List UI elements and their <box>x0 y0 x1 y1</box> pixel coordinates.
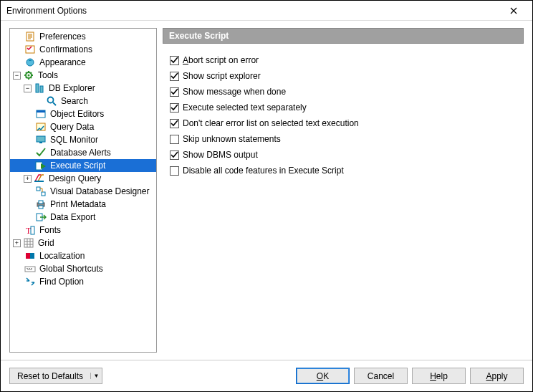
tree-item-search[interactable]: Search <box>10 95 156 107</box>
tree-item-object-editors[interactable]: Object Editors <box>10 107 156 120</box>
checkbox[interactable] <box>170 72 179 81</box>
expand-toggle[interactable]: + <box>24 175 32 183</box>
checkbox[interactable] <box>170 103 179 113</box>
svg-rect-1 <box>26 46 34 53</box>
export-icon <box>35 211 47 223</box>
tree-label: DB Explorer <box>47 83 97 93</box>
option-label: Show DBMS output <box>183 150 258 160</box>
reset-defaults-button[interactable]: Reset to Defaults ▼ <box>9 368 102 384</box>
svg-rect-9 <box>37 110 45 113</box>
svg-rect-24 <box>24 239 33 247</box>
svg-rect-31 <box>27 269 32 270</box>
checkbox[interactable] <box>170 87 179 97</box>
settings-pane: Execute Script Abort script on error Sho… <box>163 28 524 353</box>
svg-rect-0 <box>27 32 34 41</box>
db-explorer-icon <box>34 82 45 94</box>
close-button[interactable] <box>499 4 528 18</box>
collapse-toggle[interactable]: − <box>24 85 32 92</box>
svg-rect-12 <box>39 142 42 143</box>
gear-icon <box>23 70 34 81</box>
panel-header: Execute Script <box>163 28 524 44</box>
tree-item-database-alerts[interactable]: Database Alerts <box>10 146 156 159</box>
tree-item-design-query[interactable]: + Design Query <box>10 172 156 185</box>
option-abort-on-error[interactable]: Abort script on error <box>170 55 517 65</box>
tree-label: Global Shortcuts <box>38 264 105 274</box>
tree-item-fonts[interactable]: T Fonts <box>10 224 156 236</box>
tree-item-sql-monitor[interactable]: SQL Monitor <box>10 133 156 146</box>
svg-rect-29 <box>29 268 30 269</box>
tree-label: Data Export <box>49 212 97 222</box>
confirm-icon <box>24 44 36 55</box>
option-exec-selected-separately[interactable]: Execute selected text separately <box>170 102 517 113</box>
checkbox[interactable] <box>170 166 179 176</box>
nav-tree-pane[interactable]: Preferences Confirmations Appearance <box>9 28 157 353</box>
cancel-button[interactable]: Cancel <box>354 368 408 384</box>
titlebar: Environment Options <box>1 1 532 21</box>
svg-point-4 <box>28 75 30 77</box>
option-show-script-explorer[interactable]: Show script explorer <box>170 71 517 81</box>
help-button[interactable]: Help <box>412 368 466 384</box>
play-icon <box>35 160 47 171</box>
tree-item-preferences[interactable]: Preferences <box>10 30 156 43</box>
monitor-icon <box>35 134 47 145</box>
option-show-dbms-output[interactable]: Show DBMS output <box>170 150 517 160</box>
svg-point-2 <box>27 59 34 66</box>
tree-label: Fonts <box>38 225 62 235</box>
tree-item-global-shortcuts[interactable]: Global Shortcuts <box>10 262 156 275</box>
tree-label: Appearance <box>38 57 87 67</box>
query-data-icon <box>35 121 47 133</box>
tree-item-execute-script[interactable]: Execute Script <box>10 159 156 172</box>
tree-item-confirmations[interactable]: Confirmations <box>10 43 156 56</box>
tree-item-appearance[interactable]: Appearance <box>10 56 156 69</box>
tree-label: Localization <box>38 251 86 261</box>
tree-item-grid[interactable]: + Grid <box>10 236 156 249</box>
expand-toggle[interactable]: + <box>13 239 21 247</box>
svg-rect-19 <box>39 201 43 204</box>
checkbox[interactable] <box>170 119 179 128</box>
design-query-icon <box>34 173 45 184</box>
option-label: Don't clear error list on selected text … <box>183 118 359 128</box>
svg-rect-17 <box>42 192 45 196</box>
collapse-toggle[interactable]: − <box>13 72 21 80</box>
option-label: Show script explorer <box>183 71 261 81</box>
tree-label: Print Metadata <box>49 199 107 209</box>
tree-item-db-explorer[interactable]: − DB Explorer <box>10 82 156 95</box>
apply-button[interactable]: Apply <box>470 368 524 384</box>
svg-point-7 <box>48 97 54 103</box>
svg-rect-15 <box>34 181 44 182</box>
svg-rect-25 <box>26 253 30 259</box>
svg-rect-11 <box>37 136 45 142</box>
option-dont-clear-errors[interactable]: Don't clear error list on selected text … <box>170 118 517 128</box>
option-label: Skip unknown statements <box>183 134 281 144</box>
content-area: Preferences Confirmations Appearance <box>1 21 532 360</box>
checkbox[interactable] <box>170 135 179 144</box>
checkbox[interactable] <box>170 56 179 65</box>
keyboard-icon <box>24 263 36 274</box>
svg-rect-6 <box>40 86 43 92</box>
tree-label: Find Option <box>38 277 85 287</box>
tree-label: Preferences <box>38 32 87 42</box>
tree-item-print-metadata[interactable]: Print Metadata <box>10 198 156 211</box>
find-icon <box>24 276 36 287</box>
tree-item-localization[interactable]: Localization <box>10 249 156 262</box>
tree-item-tools[interactable]: − Tools <box>10 69 156 82</box>
option-disable-code-features[interactable]: Disable all code features in Execute Scr… <box>170 166 517 176</box>
ok-button[interactable]: OK <box>296 368 350 384</box>
object-editors-icon <box>35 108 47 120</box>
chevron-down-icon[interactable]: ▼ <box>90 373 102 379</box>
nav-tree: Preferences Confirmations Appearance <box>10 30 156 288</box>
option-skip-unknown[interactable]: Skip unknown statements <box>170 134 517 144</box>
tree-item-data-export[interactable]: Data Export <box>10 211 156 224</box>
tree-item-visual-db-designer[interactable]: Visual Database Designer <box>10 185 156 198</box>
svg-rect-30 <box>31 268 32 269</box>
tree-item-query-data[interactable]: Query Data <box>10 120 156 133</box>
option-show-message-done[interactable]: Show message when done <box>170 87 517 97</box>
printer-icon <box>35 199 47 210</box>
option-label: Execute selected text separately <box>183 102 307 113</box>
tree-item-find-option[interactable]: Find Option <box>10 275 156 288</box>
option-label: Disable all code features in Execute Scr… <box>183 166 344 176</box>
checkbox[interactable] <box>170 150 179 160</box>
tree-label: Grid <box>37 238 56 248</box>
svg-rect-16 <box>37 187 40 191</box>
appearance-icon <box>24 57 36 68</box>
